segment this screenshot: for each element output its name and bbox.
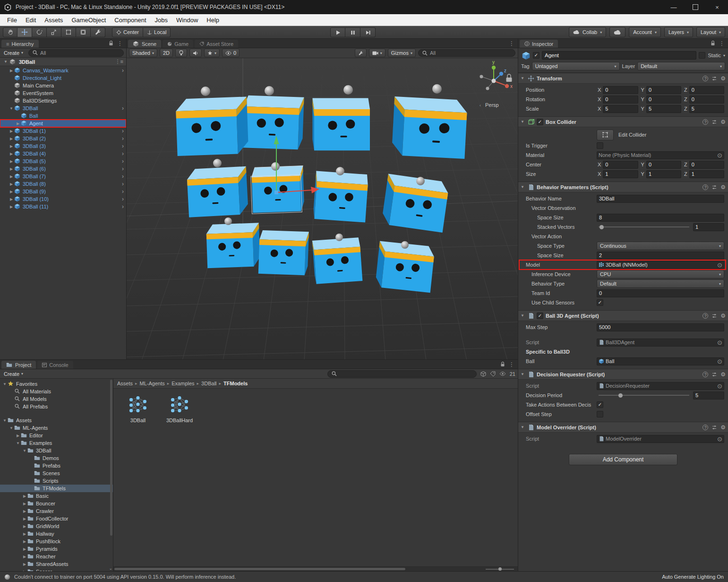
prefab-open-arrow[interactable]: › <box>122 143 124 149</box>
project-search-input[interactable] <box>327 370 477 378</box>
hierarchy-item-3dball-7[interactable]: ▶3DBall (7)› <box>0 173 126 180</box>
prefab-open-arrow[interactable]: › <box>122 158 124 165</box>
observation-space-size-field[interactable]: 8 <box>597 214 724 222</box>
project-folder-ml-agents[interactable]: ▼ML-Agents <box>0 424 113 432</box>
close-button[interactable]: × <box>706 0 728 14</box>
menu-component[interactable]: Component <box>110 14 150 26</box>
hierarchy-item-3dball-3[interactable]: ▶3DBall (3)› <box>0 142 126 150</box>
scene-menu-icon[interactable]: ⋮≡ <box>115 59 123 65</box>
project-folder-crawler[interactable]: ▶Crawler <box>0 507 113 515</box>
tab-project[interactable]: Project <box>1 361 36 369</box>
rotation-z-field[interactable]: 0 <box>689 96 724 104</box>
hierarchy-item-directional-light[interactable]: Directional_Light <box>0 74 126 82</box>
disclosure-open-icon[interactable]: ▼ <box>3 60 9 64</box>
preset-icon[interactable] <box>711 184 717 190</box>
menu-file[interactable]: File <box>3 14 21 26</box>
ball3d-agent-header[interactable]: ▼ ✓ Ball 3D Agent (Script) ?⚙ <box>518 311 728 321</box>
step-button[interactable] <box>360 27 376 37</box>
rotation-y-field[interactable]: 0 <box>646 96 681 104</box>
preset-icon[interactable] <box>711 76 717 81</box>
tab-asset-store[interactable]: Asset Store <box>195 40 238 48</box>
hierarchy-item-3dball-11[interactable]: ▶3DBall (11)› <box>0 203 126 210</box>
hierarchy-item-3dball-2[interactable]: ▶3DBall (2)› <box>0 135 126 142</box>
prefab-open-arrow[interactable]: › <box>122 203 124 210</box>
offset-step-checkbox[interactable] <box>597 411 603 417</box>
hierarchy-item-ball[interactable]: Ball <box>0 112 126 120</box>
gameobject-name-field[interactable]: Agent <box>542 51 696 60</box>
hierarchy-item-3dball-8[interactable]: ▶3DBall (8)› <box>0 180 126 188</box>
status-message[interactable]: Couldn't connect to trainer on port 5004… <box>14 574 236 580</box>
is-trigger-checkbox[interactable] <box>597 142 603 149</box>
edit-collider-button[interactable] <box>597 130 614 140</box>
hierarchy-item-3dball-6[interactable]: ▶3DBall (6)› <box>0 165 126 173</box>
layers-dropdown[interactable]: Layers▾ <box>664 27 693 37</box>
hierarchy-item-3dball-5[interactable]: ▶3DBall (5)› <box>0 157 126 165</box>
project-folder-sharedassets[interactable]: ▶SharedAssets <box>0 560 113 568</box>
project-folder-3dball[interactable]: ▼3DBall <box>0 447 113 454</box>
project-folder-all-materials[interactable]: All Materials <box>0 388 113 395</box>
scene-lighting-toggle[interactable] <box>175 49 187 57</box>
disclosure-open-icon[interactable]: ▼ <box>2 418 8 423</box>
scale-x-field[interactable]: 5 <box>603 105 638 113</box>
project-folder-scenes[interactable]: Scenes <box>0 469 113 477</box>
hierarchy-create-button[interactable]: Create▾ <box>2 50 25 56</box>
project-folder-bouncer[interactable]: ▶Bouncer <box>0 500 113 507</box>
prefab-open-arrow[interactable]: › <box>122 181 124 187</box>
rect-tool-button[interactable] <box>61 27 76 37</box>
disclosure-open-icon[interactable]: ▼ <box>15 441 21 445</box>
disclosure-closed-icon[interactable]: ▶ <box>9 152 14 156</box>
gear-icon[interactable]: ⚙ <box>720 425 726 430</box>
auto-generate-lighting-label[interactable]: Auto Generate Lighting On <box>662 574 724 580</box>
play-button[interactable] <box>330 27 345 37</box>
crumb-examples[interactable]: Examples <box>171 381 194 386</box>
disclosure-closed-icon[interactable]: ▶ <box>15 434 21 438</box>
prefab-open-arrow[interactable]: › <box>122 67 124 74</box>
component-enabled-checkbox[interactable]: ✓ <box>537 313 543 319</box>
tab-game[interactable]: Game <box>163 40 193 48</box>
script-object-field[interactable]: ModelOverrider ⊙ <box>597 435 724 443</box>
hierarchy-item-agent[interactable]: ▶Agent <box>0 120 126 127</box>
team-id-field[interactable]: 0 <box>597 289 724 297</box>
center-x-field[interactable]: 0 <box>603 161 638 169</box>
hierarchy-item-3dball-10[interactable]: ▶3DBall (10)› <box>0 195 126 203</box>
lock-icon[interactable] <box>500 362 505 367</box>
component-tools-button[interactable] <box>355 49 367 57</box>
use-child-sensors-checkbox[interactable]: ✓ <box>597 299 603 306</box>
model-object-field[interactable]: 3DBall (NNModel) ⊙ <box>597 261 724 269</box>
crumb-3dball[interactable]: 3DBall <box>201 381 216 386</box>
stacked-vectors-field[interactable]: 1 <box>693 223 724 231</box>
help-icon[interactable]: ? <box>702 184 708 190</box>
static-dropdown-caret[interactable]: ▾ <box>723 53 725 58</box>
hierarchy-item-3dball[interactable]: ▼3DBall› <box>0 104 126 112</box>
project-folder-assets[interactable]: ▼Assets <box>0 417 113 424</box>
panel-menu-icon[interactable]: ⋮ <box>719 40 725 47</box>
decision-period-slider[interactable] <box>599 395 689 396</box>
project-folder-hallway[interactable]: ▶Hallway <box>0 530 113 538</box>
prefab-open-arrow[interactable]: › <box>122 196 124 202</box>
hierarchy-item-main-camera[interactable]: Main Camera <box>0 82 126 89</box>
prefab-open-arrow[interactable]: › <box>122 188 124 195</box>
project-folder-tfmodels[interactable]: TFModels <box>0 485 113 492</box>
project-folder-soccer[interactable]: ▶Soccer <box>0 568 113 571</box>
gizmos-dropdown[interactable]: Gizmos▾ <box>388 49 416 57</box>
disclosure-closed-icon[interactable]: ▶ <box>22 494 27 498</box>
disclosure-closed-icon[interactable]: ▶ <box>9 182 14 186</box>
disclosure-closed-icon[interactable]: ▶ <box>9 159 14 164</box>
move-tool-button[interactable] <box>17 27 32 37</box>
cloud-services-button[interactable] <box>609 27 625 37</box>
pause-button[interactable] <box>345 27 360 37</box>
lock-icon[interactable] <box>109 41 113 46</box>
max-step-field[interactable]: 5000 <box>597 323 724 331</box>
project-folder-basic[interactable]: ▶Basic <box>0 492 113 500</box>
menu-edit[interactable]: Edit <box>21 14 40 26</box>
scale-z-field[interactable]: 5 <box>689 105 724 113</box>
panel-menu-icon[interactable]: ⋮ <box>117 40 123 47</box>
project-folder-demos[interactable]: Demos <box>0 454 113 462</box>
camera-settings-dropdown[interactable]: ▾ <box>369 49 385 57</box>
stacked-vectors-slider[interactable] <box>599 226 689 227</box>
project-folder-examples[interactable]: ▼Examples <box>0 439 113 447</box>
disclosure-closed-icon[interactable]: ▶ <box>22 524 27 529</box>
hierarchy-search-input[interactable]: All <box>28 49 124 57</box>
disclosure-closed-icon[interactable]: ▶ <box>9 167 14 171</box>
tab-inspector[interactable]: Inspector <box>520 40 558 48</box>
